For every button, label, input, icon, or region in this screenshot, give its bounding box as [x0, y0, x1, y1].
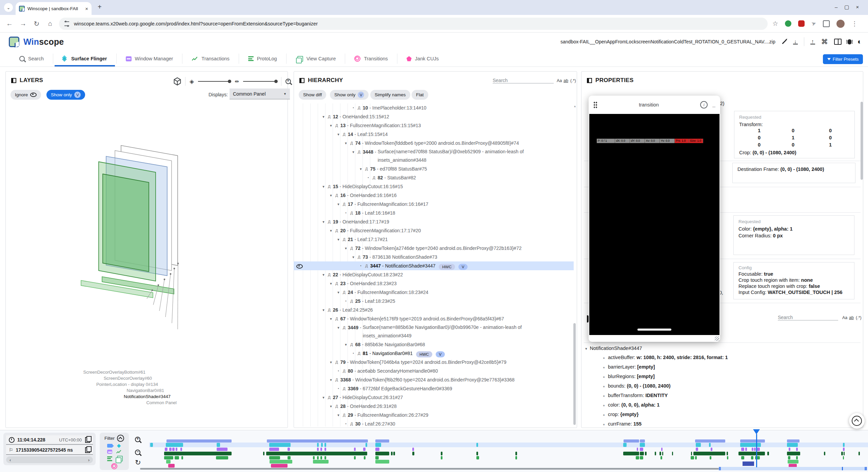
timeline-segment-transactions[interactable]: [476, 452, 478, 455]
tree-row[interactable]: ▾Д72-WindowToken{a2746de type=2040 andro…: [294, 244, 574, 253]
timeline-segment-window-manager[interactable]: [169, 448, 172, 451]
frame-pager[interactable]: ‹›: [6, 456, 93, 463]
tree-row[interactable]: ▾Д3448-Surface(name=ed70f88 StatusBar)/@…: [294, 148, 574, 164]
scroll-up-icon[interactable]: ▴: [574, 104, 576, 108]
expand-arrow-icon[interactable]: ▾: [321, 270, 326, 279]
tree-row[interactable]: ▾Д74-WindowToken{fdddbe6 type=2000 andro…: [294, 139, 574, 148]
tree-row[interactable]: ▾Д3368-WindowToken{f6b2f60 type=2024 and…: [294, 375, 574, 384]
timeline-cursor-head[interactable]: [753, 429, 760, 434]
expand-arrow-icon[interactable]: ▾: [329, 191, 333, 200]
nav-tab-search[interactable]: Search: [10, 54, 53, 64]
nav-tab-protolog[interactable]: ProtoLog: [239, 54, 286, 64]
timeline-segment-protolog[interactable]: [216, 456, 228, 459]
timeline-segment-surface-flinger[interactable]: [787, 443, 798, 447]
timeline-segment-window-manager[interactable]: [165, 448, 167, 451]
window-manager-filter-icon[interactable]: [107, 450, 112, 454]
timeline-segment-screen-recording[interactable]: [166, 439, 232, 442]
back-icon[interactable]: ←: [3, 20, 16, 27]
timeline-segment-surface-flinger[interactable]: [740, 443, 761, 447]
expand-arrow-icon[interactable]: ▾: [344, 340, 348, 349]
tree-row[interactable]: ▾Д26-Leaf:24:25#26: [294, 306, 574, 314]
shortcuts-icon[interactable]: ⌘: [821, 38, 828, 46]
timeline-segment-window-manager[interactable]: [317, 448, 319, 451]
expand-arrow-icon[interactable]: ▾: [336, 288, 340, 297]
timeline-segment-transactions[interactable]: [727, 452, 728, 455]
nav-tab-surface-flinger[interactable]: Surface Flinger: [53, 54, 116, 64]
timeline-segment-transactions[interactable]: [672, 452, 673, 455]
timeline-segment-protolog[interactable]: [515, 456, 517, 459]
extension-icon-red[interactable]: [798, 20, 805, 27]
timeline-segment-transactions[interactable]: [263, 452, 264, 455]
nav-tab-view-capture[interactable]: View Capture: [286, 54, 345, 64]
timeline-segment-protolog[interactable]: [181, 456, 183, 459]
property-row[interactable]: ●blurRegions: [empty]: [585, 372, 856, 381]
timeline-segment-window-manager[interactable]: [752, 448, 753, 451]
3d-view-icon[interactable]: [174, 77, 181, 85]
tree-row[interactable]: ▾Д79-WindowToken{7046b4a type=2024 andro…: [294, 358, 574, 367]
timeline-segment-transactions[interactable]: [640, 452, 644, 455]
timeline-segment-transactions[interactable]: [266, 452, 367, 455]
timeline-segment-transactions[interactable]: [787, 452, 800, 455]
properties-search-input[interactable]: Search: [778, 315, 838, 320]
filter-presets-button[interactable]: Filter Presets: [823, 54, 863, 64]
resize-handle[interactable]: [715, 336, 719, 341]
nav-tab-transactions[interactable]: Transactions: [182, 54, 238, 64]
timeline-segment-transactions[interactable]: [844, 452, 845, 455]
expand-arrow-icon[interactable]: ▾: [321, 182, 326, 191]
regex-icon[interactable]: (.*): [856, 315, 862, 320]
expand-arrow-icon[interactable]: ▾: [336, 200, 340, 209]
timeline-segment-protolog[interactable]: [441, 456, 442, 459]
copy-icon[interactable]: [85, 437, 90, 443]
timeline-segment-window-manager[interactable]: [640, 448, 643, 451]
timeline-segment-screen-recording[interactable]: [787, 439, 800, 442]
view-capture-filter-icon[interactable]: [117, 456, 123, 461]
property-row[interactable]: ●crop: {empty}: [585, 410, 856, 419]
tree-row[interactable]: ▾Д13-FullscreenMagnification:15:15#13: [294, 121, 574, 130]
timeline-segment-transactions[interactable]: [441, 452, 442, 455]
expand-arrow-icon[interactable]: ▾: [336, 323, 340, 332]
tree-row[interactable]: ▾Д16-OneHanded:16:16#16: [294, 191, 574, 200]
report-bug-icon[interactable]: [848, 39, 851, 44]
forward-icon[interactable]: →: [16, 20, 30, 27]
timeline-segment-transactions[interactable]: [859, 452, 860, 455]
expand-arrow-icon[interactable]: ▾: [344, 244, 348, 253]
transactions-filter-icon[interactable]: [116, 449, 122, 454]
property-row[interactable]: ●activeBuffer: w: 1080, h: 2400, stride:…: [585, 353, 856, 362]
timeline-segment-window-manager[interactable]: [696, 448, 698, 451]
timeline-segment-protolog[interactable]: [175, 456, 179, 459]
timeline-segment-transactions[interactable]: [645, 452, 647, 455]
nav-tab-transitions[interactable]: Transitions: [345, 54, 397, 64]
expand-arrow-icon[interactable]: ▾: [321, 217, 326, 226]
properties-scrollbar[interactable]: [861, 102, 863, 180]
tree-row[interactable]: •Д30-Leaf:26:27#30: [294, 419, 574, 427]
next-icon[interactable]: ›: [88, 457, 90, 463]
minimap-selection[interactable]: [719, 467, 867, 470]
timeline-segment-protolog[interactable]: [354, 456, 356, 459]
timeline-segment-screen-recording[interactable]: [695, 439, 725, 442]
tree-row[interactable]: ▾Д21-Leaf:17:17#21: [294, 235, 574, 244]
timeline-scrollbar[interactable]: [140, 468, 719, 470]
minimize-icon[interactable]: _: [712, 102, 715, 108]
timeline-segment-window-manager[interactable]: [269, 448, 279, 451]
tree-row[interactable]: ▾Д68-885b63e NavigationBar0#68: [294, 340, 574, 349]
timeline-segment-window-manager[interactable]: [320, 448, 322, 451]
ignore-button[interactable]: Ignore: [11, 90, 41, 100]
layer-3d-label[interactable]: NavigationBar0#81: [126, 388, 164, 393]
timeline-segment-transactions[interactable]: [738, 452, 765, 455]
timeline-segment-transactions[interactable]: [515, 452, 517, 455]
tree-row[interactable]: ▾Д19-OneHanded:17:17#19: [294, 217, 574, 226]
expand-arrow-icon[interactable]: ▾: [329, 402, 333, 411]
property-row[interactable]: ●bounds: (0, 0) - (1080, 2400): [585, 381, 856, 391]
timeline-segment-selected[interactable]: [743, 461, 754, 466]
timeline-cursor[interactable]: [756, 434, 757, 467]
timeline-segment-transactions[interactable]: [164, 452, 232, 455]
timeline-zoom-in-icon[interactable]: +: [135, 437, 140, 442]
timeline-segment-screen-recording[interactable]: [624, 439, 639, 442]
timeline-segment-window-manager[interactable]: [789, 448, 790, 451]
timeline-segment-window-manager[interactable]: [796, 448, 798, 451]
tab-search-chevron-icon[interactable]: ⌄: [4, 3, 13, 12]
timeline-segment-protolog[interactable]: [320, 456, 322, 459]
expand-arrow-icon[interactable]: ▾: [329, 375, 333, 384]
timeline-segment-surface-flinger[interactable]: [150, 443, 153, 447]
expand-arrow-icon[interactable]: ▾: [329, 358, 333, 367]
